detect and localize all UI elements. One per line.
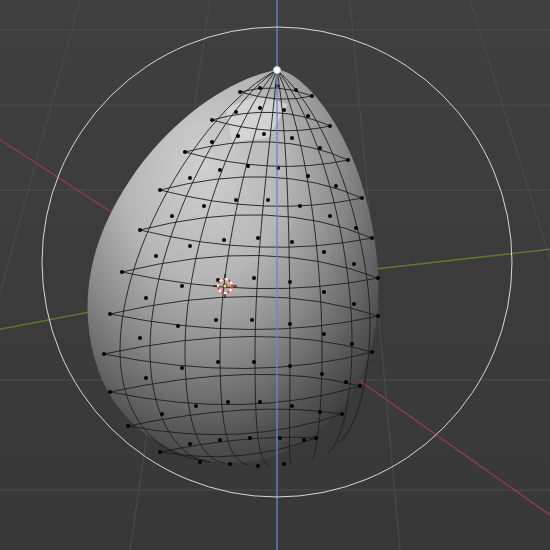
3d-cursor[interactable] bbox=[0, 0, 550, 550]
3d-viewport[interactable] bbox=[0, 0, 550, 550]
svg-point-109 bbox=[223, 284, 227, 288]
